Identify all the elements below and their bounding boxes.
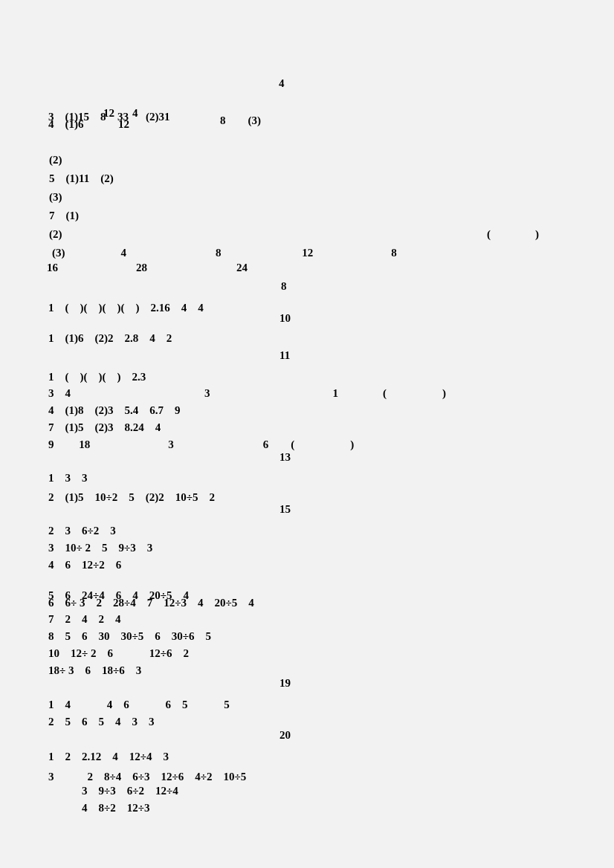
text-line: 7 2 4 2 4 xyxy=(48,614,121,625)
text-line: 3 9÷3 6÷2 12÷4 xyxy=(82,786,178,797)
text-line: 3 2 8÷4 6÷3 12÷6 4÷2 10÷5 xyxy=(48,771,246,783)
text-line: 3 10÷ 2 5 9÷3 3 xyxy=(48,542,152,554)
text-line: 19 xyxy=(279,678,291,689)
text-line: 4 8÷2 12÷3 xyxy=(82,803,149,814)
text-line: 10 12÷ 2 6 12÷6 2 xyxy=(48,648,189,659)
text-line: 7 (1)5 (2)3 8.24 4 xyxy=(48,422,161,433)
text-line: 4 xyxy=(132,108,138,119)
text-line: 3 4 3 1 ( ) xyxy=(48,388,446,399)
text-line: 1 ( )( )( ) 2.3 xyxy=(48,372,146,383)
text-line: 1 2 2.12 4 12÷4 3 xyxy=(48,751,169,762)
text-line: 15 xyxy=(279,504,291,515)
text-line: ( ) xyxy=(487,229,539,240)
text-line: 9 18 3 6 ( ) xyxy=(48,439,354,450)
text-line: 1 ( )( )( )( ) 2.16 4 4 xyxy=(48,302,204,314)
text-line: 11 xyxy=(279,350,290,361)
text-line: 8 5 6 30 30÷5 6 30÷6 5 xyxy=(48,631,211,642)
text-line: 10 xyxy=(279,313,291,324)
text-line: 2 (1)5 10÷2 5 (2)2 10÷5 2 xyxy=(48,492,215,503)
text-line: 16 28 24 xyxy=(47,262,248,273)
text-line: 7 (1) xyxy=(49,210,79,221)
document-page: 43 (1)15 812334(2)314 (1)6128 (3)(2)5 (1… xyxy=(0,0,614,868)
text-line: 2 5 6 5 4 3 3 xyxy=(48,716,155,728)
text-line: (2) xyxy=(49,155,62,166)
text-line: (3) xyxy=(49,192,62,203)
text-line: 4 (1)8 (2)3 5.4 6.7 9 xyxy=(48,405,180,416)
text-line: 1 (1)6 (2)2 2.8 4 2 xyxy=(48,333,172,344)
text-line: 12 xyxy=(103,108,114,119)
text-line: 4 6 12÷2 6 xyxy=(48,560,121,571)
text-line: 4 xyxy=(279,78,285,89)
text-line: (3) 4 8 12 8 xyxy=(52,247,397,259)
text-line: (2) xyxy=(49,229,62,240)
text-line: 1 3 3 xyxy=(48,473,88,484)
text-line: 2 3 6÷2 3 xyxy=(48,525,116,537)
text-line: 20 xyxy=(279,730,291,741)
text-line: 8 (3) xyxy=(220,115,261,126)
text-line: 1 4 4 6 6 5 5 xyxy=(48,699,230,710)
text-line: 5 (1)11 (2) xyxy=(49,173,114,184)
text-line: 4 (1)6 xyxy=(48,119,84,130)
text-line: 13 xyxy=(279,452,291,463)
text-line: 6 6÷ 3 2 28÷4 7 12÷3 4 20÷5 4 xyxy=(48,597,254,609)
text-line: 12 xyxy=(118,119,129,130)
text-line: 18÷ 3 6 18÷6 3 xyxy=(48,665,141,676)
text-line: (2)31 xyxy=(146,111,170,123)
text-line: 8 xyxy=(281,281,287,292)
